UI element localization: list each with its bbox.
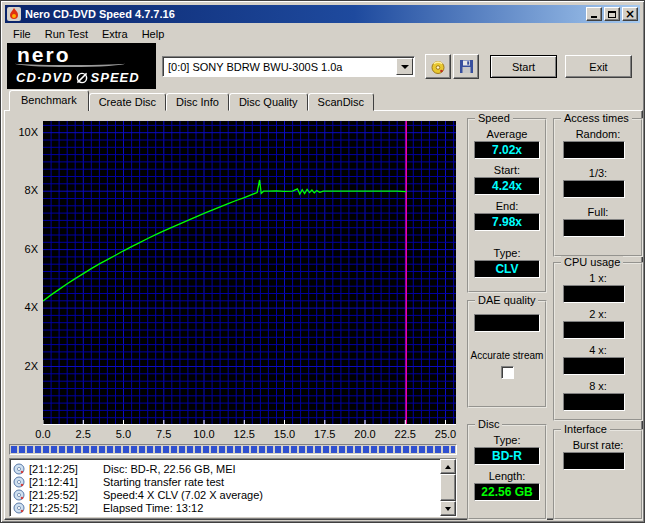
arrow-down-icon — [445, 507, 451, 514]
disc-log-icon — [13, 489, 26, 501]
test-progress-bar — [9, 444, 457, 455]
x-tick-label: 12.5 — [234, 428, 255, 440]
disc-log-icon — [13, 502, 26, 514]
x-tick-label: 25.0 — [435, 428, 456, 440]
start-button[interactable]: Start — [490, 55, 557, 78]
x-tick-label: 17.5 — [314, 428, 335, 440]
tab-disc-info[interactable]: Disc Info — [166, 93, 229, 111]
y-tick-label: 10X — [18, 126, 38, 138]
x-tick-label: 22.5 — [395, 428, 416, 440]
app-icon — [7, 7, 21, 21]
disc-log-icon — [13, 463, 26, 475]
disc-length-label: Length: — [469, 470, 545, 482]
y-tick-label: 2X — [25, 360, 38, 372]
menu-file[interactable]: File — [6, 26, 38, 42]
access-full-label: Full: — [555, 206, 641, 218]
cpu-8x-label: 8 x: — [555, 380, 641, 392]
tab-create-disc[interactable]: Create Disc — [89, 93, 166, 111]
y-tick-label: 4X — [25, 301, 38, 313]
access-full-value — [563, 219, 625, 237]
logo-speed-text: SPEED — [91, 70, 140, 85]
cpu-1x-label: 1 x: — [555, 272, 641, 284]
log-panel: [21:12:25] Disc: BD-R, 22.56 GB, MEI [21… — [9, 458, 457, 517]
y-tick-label: 8X — [25, 184, 38, 196]
cpu-4x-label: 4 x: — [555, 344, 641, 356]
access-onethird-value — [563, 180, 625, 198]
log-scrollbar[interactable] — [440, 459, 456, 516]
disc-length-value: 22.56 GB — [474, 483, 540, 501]
log-message: Elapsed Time: 13:12 — [103, 502, 203, 514]
x-tick-label: 5.0 — [116, 428, 131, 440]
x-tick-label: 7.5 — [156, 428, 171, 440]
speed-start-label: Start: — [469, 164, 545, 176]
interface-panel-title: Interface — [561, 423, 610, 435]
access-random-value — [563, 141, 625, 159]
log-line[interactable]: [21:12:25] Disc: BD-R, 22.56 GB, MEI — [13, 462, 440, 475]
close-icon: × — [625, 9, 635, 19]
tab-scandisc[interactable]: ScanDisc — [308, 93, 374, 111]
scrollbar-thumb[interactable] — [440, 474, 456, 501]
speed-average-label: Average — [469, 128, 545, 140]
x-tick-label: 10.0 — [193, 428, 214, 440]
minimize-button[interactable] — [586, 7, 602, 21]
disc-icon — [430, 59, 446, 75]
arrow-up-icon — [445, 462, 451, 469]
save-button[interactable] — [453, 54, 479, 79]
maximize-button[interactable] — [604, 7, 620, 21]
exit-button[interactable]: Exit — [565, 55, 632, 78]
dae-quality-panel: DAE quality Accurate stream — [467, 300, 547, 408]
chart-y-axis: 2X4X6X8X10X — [7, 121, 41, 425]
window-title: Nero CD-DVD Speed 4.7.7.16 — [25, 8, 584, 20]
logo-product-text: CD·DVD SPEED — [16, 70, 156, 85]
log-message: Disc: BD-R, 22.56 GB, MEI — [103, 463, 236, 475]
dae-quality-title: DAE quality — [475, 294, 538, 306]
scroll-up-button[interactable] — [440, 459, 456, 474]
speed-average-value: 7.02x — [474, 141, 540, 159]
app-window: Nero CD-DVD Speed 4.7.7.16 × File Run Te… — [0, 0, 645, 523]
accurate-stream-checkbox[interactable] — [501, 366, 514, 379]
log-line[interactable]: [21:25:52] Elapsed Time: 13:12 — [13, 501, 440, 514]
log-line[interactable]: [21:25:52] Speed:4 X CLV (7.02 X average… — [13, 488, 440, 501]
cpu-1x-value — [563, 285, 625, 303]
disc-glyph-icon — [76, 72, 88, 84]
interface-panel: Interface Burst rate: — [553, 429, 643, 520]
disc-button[interactable] — [425, 54, 451, 79]
cpu-usage-title: CPU usage — [561, 256, 623, 268]
disc-type-label: Type: — [469, 434, 545, 446]
drive-select-value: [0:0] SONY BDRW BWU-300S 1.0a — [163, 61, 396, 73]
menu-extra[interactable]: Extra — [95, 26, 135, 42]
burst-rate-value — [563, 452, 625, 470]
log-message: Speed:4 X CLV (7.02 X average) — [103, 489, 263, 501]
titlebar[interactable]: Nero CD-DVD Speed 4.7.7.16 × — [5, 5, 640, 23]
log-timestamp: [21:12:41] — [29, 476, 89, 488]
speed-type-value: CLV — [474, 260, 540, 278]
progress-fill — [11, 446, 455, 453]
close-button[interactable]: × — [622, 7, 638, 21]
x-tick-label: 0.0 — [35, 428, 50, 440]
menubar: File Run Test Extra Help — [6, 25, 639, 42]
log-line[interactable]: [21:12:41] Starting transfer rate test — [13, 475, 440, 488]
speed-end-label: End: — [469, 200, 545, 212]
menu-run-test[interactable]: Run Test — [38, 26, 95, 42]
disc-type-value: BD-R — [474, 447, 540, 465]
log-timestamp: [21:25:52] — [29, 489, 89, 501]
tab-disc-quality[interactable]: Disc Quality — [229, 93, 308, 111]
tab-benchmark[interactable]: Benchmark — [9, 90, 89, 111]
chevron-down-icon[interactable] — [396, 58, 413, 75]
cpu-8x-value — [563, 393, 625, 411]
dae-quality-value — [474, 314, 540, 332]
access-onethird-label: 1/3: — [555, 167, 641, 179]
scroll-down-button[interactable] — [440, 501, 456, 516]
log-message: Starting transfer rate test — [103, 476, 224, 488]
menu-help[interactable]: Help — [135, 26, 172, 42]
burst-rate-label: Burst rate: — [555, 439, 641, 451]
nero-logo: nero CD·DVD SPEED — [7, 43, 156, 89]
disc-panel: Disc Type: BD-R Length: 22.56 GB — [467, 424, 547, 520]
log-timestamp: [21:12:25] — [29, 463, 89, 475]
tab-bar: Benchmark Create Disc Disc Info Disc Qua… — [9, 90, 374, 111]
log-list: [21:12:25] Disc: BD-R, 22.56 GB, MEI [21… — [10, 459, 440, 516]
logo-cd-dvd-text: CD·DVD — [16, 70, 73, 85]
drive-select[interactable]: [0:0] SONY BDRW BWU-300S 1.0a — [162, 56, 415, 77]
speed-end-value: 7.98x — [474, 213, 540, 231]
x-tick-label: 2.5 — [76, 428, 91, 440]
